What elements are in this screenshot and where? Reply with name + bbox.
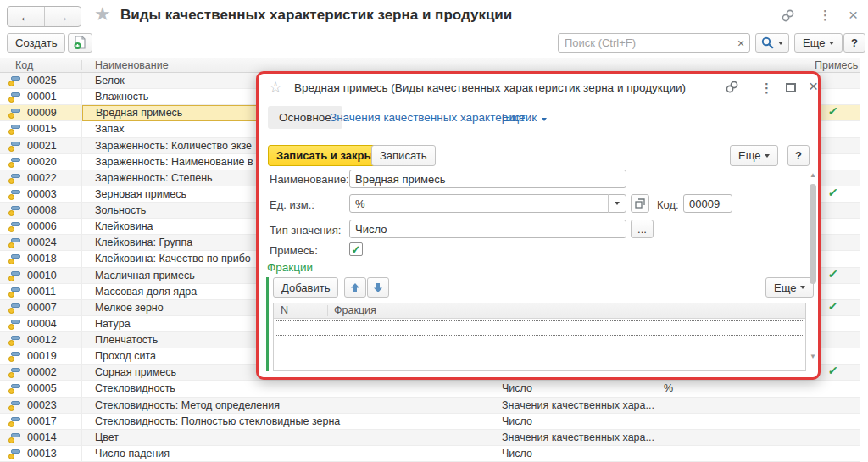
cell-code: 00022 — [27, 172, 57, 184]
unit-open-icon[interactable] — [631, 194, 649, 213]
code-field-input[interactable] — [683, 194, 732, 213]
more-menu-icon[interactable]: ⋮ — [819, 8, 832, 23]
cell-code: 00012 — [27, 334, 57, 346]
fractions-more-button[interactable]: Еще — [765, 277, 814, 298]
catalog-item-icon — [9, 433, 20, 443]
column-separator — [81, 348, 82, 364]
name-field-label: Наименование: — [270, 173, 349, 186]
name-field-input[interactable] — [349, 170, 626, 188]
fractions-empty-row[interactable] — [275, 320, 804, 336]
new-document-plus-icon — [74, 36, 86, 50]
create-group-button[interactable] — [68, 33, 92, 53]
impurity-check-icon: ✓ — [827, 267, 839, 281]
fractions-column-n[interactable]: N — [281, 304, 288, 316]
help-button[interactable]: ? — [843, 33, 865, 53]
scroll-up-icon[interactable]: ▲ — [809, 172, 817, 179]
dialog-close-icon[interactable]: × — [809, 79, 818, 93]
cell-code: 00021 — [27, 140, 57, 152]
move-down-button[interactable] — [367, 277, 389, 298]
cell-name: Зараженность: Количество экзе — [95, 140, 252, 152]
cell-code: 00008 — [27, 204, 57, 216]
column-separator — [81, 203, 82, 218]
dialog-help-button[interactable]: ? — [787, 145, 810, 166]
fractions-add-button[interactable]: Добавить — [273, 277, 338, 298]
cell-name: Число падения — [95, 448, 170, 459]
cell-value-type: Число — [502, 415, 532, 427]
unit-field-label: Ед. изм.: — [270, 198, 314, 211]
column-separator — [81, 430, 82, 445]
catalog-item-icon — [9, 401, 20, 411]
column-separator — [81, 414, 82, 429]
column-separator — [81, 398, 82, 413]
close-icon[interactable]: × — [849, 8, 858, 22]
scrollbar-thumb[interactable] — [810, 184, 816, 284]
table-row[interactable]: 00005 Стекловидность Число % ✓ — [0, 381, 860, 397]
list-more-label: Еще — [803, 36, 825, 49]
app-window: ← → ★ Виды качественных характеристик зе… — [0, 0, 868, 462]
dialog-scrollbar: ▲ ▼ — [809, 172, 817, 360]
value-type-choose-button[interactable]: ... — [631, 220, 654, 238]
back-icon[interactable]: ← — [8, 7, 45, 26]
cell-name: Влажность — [95, 91, 148, 103]
value-type-field-input[interactable] — [349, 220, 626, 238]
fractions-table: N Фракция — [273, 303, 806, 371]
catalog-item-icon — [9, 303, 20, 314]
cell-unit: % — [664, 382, 673, 394]
unit-field-input[interactable] — [349, 194, 626, 213]
column-separator — [81, 89, 82, 104]
cell-code: 00004 — [27, 318, 57, 330]
favorite-star-icon[interactable]: ★ — [94, 3, 111, 25]
catalog-item-icon — [9, 109, 20, 119]
table-row[interactable]: 00014 Цвет Значения качественных хара...… — [0, 430, 860, 446]
cell-code: 00003 — [27, 188, 57, 200]
catalog-item-icon — [9, 417, 20, 427]
search-input[interactable] — [559, 34, 732, 52]
impurity-check-icon: ✓ — [827, 104, 839, 118]
cell-value-type: Число — [502, 448, 532, 459]
catalog-item-icon — [9, 190, 20, 200]
catalog-item-icon — [9, 238, 20, 248]
forward-icon[interactable]: → — [45, 7, 81, 26]
tab-more[interactable]: Еще... — [502, 111, 547, 125]
column-separator — [81, 300, 82, 315]
column-header-code[interactable]: Код — [15, 59, 33, 71]
search-clear-icon[interactable]: × — [732, 34, 749, 52]
column-separator — [81, 138, 82, 153]
dropdown-caret-icon — [829, 42, 834, 45]
create-button[interactable]: Создать — [7, 33, 65, 53]
list-more-button[interactable]: Еще — [794, 33, 843, 53]
search-button[interactable] — [755, 33, 789, 53]
dialog-maximize-icon[interactable] — [786, 83, 796, 92]
cell-code: 00007 — [27, 302, 57, 314]
table-row[interactable]: 00013 Число падения Число ✓ — [0, 446, 860, 462]
save-button[interactable]: Записать — [371, 145, 436, 166]
table-row[interactable]: 00017 Стекловидность: Полностью стеклови… — [0, 414, 860, 430]
link-icon[interactable] — [781, 8, 795, 23]
catalog-item-icon — [9, 76, 20, 86]
dropdown-caret-icon — [800, 286, 805, 289]
dialog-more-menu-icon[interactable]: ⋮ — [760, 81, 773, 96]
table-row[interactable]: 00023 Стекловидность: Метод определения … — [0, 398, 860, 414]
scroll-down-icon[interactable]: ▼ — [809, 353, 817, 360]
fractions-group-line — [266, 277, 269, 371]
item-dialog: ☆ Вредная примесь (Виды качественных хар… — [256, 71, 821, 380]
cell-code: 00014 — [27, 431, 57, 443]
column-separator — [81, 235, 82, 250]
column-header-impurity[interactable]: Примесь — [815, 59, 858, 71]
dialog-more-button[interactable]: Еще — [730, 145, 778, 166]
column-header-name[interactable]: Наименование — [95, 59, 169, 71]
dialog-link-icon[interactable] — [725, 80, 739, 94]
cell-name: Цвет — [95, 431, 119, 443]
column-separator — [81, 121, 82, 136]
catalog-item-icon — [9, 287, 20, 298]
cell-name: Зараженность: Наименование в — [95, 156, 253, 168]
cell-value-type: Значения качественных хара... — [502, 431, 654, 443]
dialog-favorite-star-icon[interactable]: ☆ — [269, 78, 282, 97]
column-separator — [81, 251, 82, 266]
fractions-column-fraction[interactable]: Фракция — [334, 304, 376, 316]
column-separator — [81, 186, 82, 202]
move-up-button[interactable] — [344, 277, 366, 298]
impurity-checkbox[interactable]: ✓ — [349, 242, 363, 256]
catalog-item-icon — [9, 352, 20, 362]
unit-dropdown-caret[interactable] — [608, 194, 626, 213]
